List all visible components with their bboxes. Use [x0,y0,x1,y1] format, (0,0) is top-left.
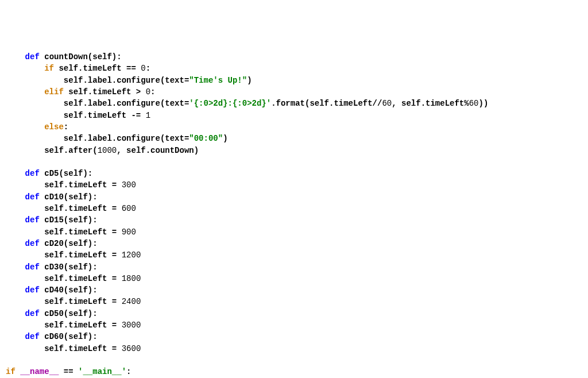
number: 3000 [122,321,141,330]
kwarg: text= [165,76,189,85]
number: 0 [146,87,150,97]
dot: . [83,134,87,143]
keyword-def: def [25,215,40,225]
code-line: self.timeLeft = 3600 [6,344,141,353]
method: after [68,146,92,155]
op-eq: = [107,321,121,330]
self: self [44,227,64,237]
self: self [64,134,83,143]
op-eq: = [107,297,121,306]
self: self [59,64,78,73]
number: 900 [122,227,136,237]
op-eqeq: == [122,64,141,73]
attr: label [88,134,112,143]
dot: . [64,297,68,306]
self: self [44,180,64,190]
keyword-def: def [25,169,40,178]
code-line: self.timeLeft = 600 [6,204,136,213]
dot: . [112,134,117,143]
code-line: def cD50(self): [6,309,98,318]
attr: timeLeft [68,321,107,330]
rparen: ) [223,134,227,143]
self: self [68,87,88,97]
self: self [44,344,64,353]
code-line: self.timeLeft = 2400 [6,297,141,306]
colon: : [150,87,155,97]
function-name: cD20 [44,239,64,248]
self: self [401,99,421,108]
code-line: if self.timeLeft == 0: [6,64,150,73]
attr: timeLeft [68,180,107,190]
keyword-def: def [25,239,40,248]
dot: . [64,250,68,260]
dot: . [83,76,87,85]
string: "00:00" [189,134,223,143]
code-line: def cD5(self): [6,169,92,178]
attr: label [88,99,112,108]
dot: . [64,344,68,353]
method: configure [117,134,160,143]
function-name: countDown [44,52,88,61]
string: "Time's Up!" [189,76,247,85]
keyword-def: def [25,52,40,61]
dot: . [421,99,425,108]
code-line: self.timeLeft = 3000 [6,321,141,330]
params: (self): [88,52,122,61]
string: '__main__' [78,367,126,376]
attr: timeLeft [68,227,107,237]
comma: , [117,146,126,155]
keyword-def: def [25,309,40,318]
self: self [310,99,329,108]
number: 0 [141,64,145,73]
dot: . [64,204,68,213]
number: 1 [146,111,150,120]
self: self [44,321,64,330]
code-line: self.timeLeft = 1200 [6,250,141,260]
number: 1000 [98,146,117,155]
keyword-if: if [6,367,16,376]
dot: . [83,111,87,120]
function-name: cD30 [44,263,64,272]
code-line: def countDown(self): [6,52,122,61]
colon: : [64,122,68,132]
rparen: ) [194,146,199,155]
string: '{:0>2d}:{:0>2d}' [189,99,271,108]
code-line: self.timeLeft = 300 [6,180,136,190]
attr: timeLeft [68,344,107,353]
kwarg: text= [165,99,189,108]
params: (self): [64,309,98,318]
dot: . [64,274,68,283]
function-name: cD60 [44,332,64,341]
keyword-if: if [44,64,54,73]
self: self [44,297,64,306]
code-line: def cD60(self): [6,332,98,341]
number: 3600 [122,344,141,353]
attr: timeLeft [425,99,464,108]
attr: timeLeft [92,87,131,97]
self: self [126,146,146,155]
function-name: cD50 [44,309,64,318]
params: (self): [64,263,98,272]
code-line: self.label.configure(text='{:0>2d}:{:0>2… [6,99,488,108]
code-line: def cD10(self): [6,192,98,202]
op-floordiv: // [373,99,382,108]
op-eq: = [107,250,121,260]
code-line: self.timeLeft = 900 [6,227,136,237]
method: configure [117,76,160,85]
op-eq: = [107,180,121,190]
self: self [44,146,64,155]
self: self [64,99,83,108]
dot: . [64,180,68,190]
code-line: if __name__ == '__main__': [6,367,131,376]
code-line: elif self.timeLeft > 0: [6,87,156,97]
dunder-name: __name__ [20,367,59,376]
params: (self): [64,239,98,248]
code-line: self.label.configure(text="Time's Up!") [6,76,252,85]
number: 2400 [122,297,141,306]
number: 1200 [122,250,141,260]
params: (self): [64,332,98,341]
dot: . [64,227,68,237]
attr: timeLeft [334,99,372,108]
dot: . [88,87,92,97]
comma: , [392,99,401,108]
